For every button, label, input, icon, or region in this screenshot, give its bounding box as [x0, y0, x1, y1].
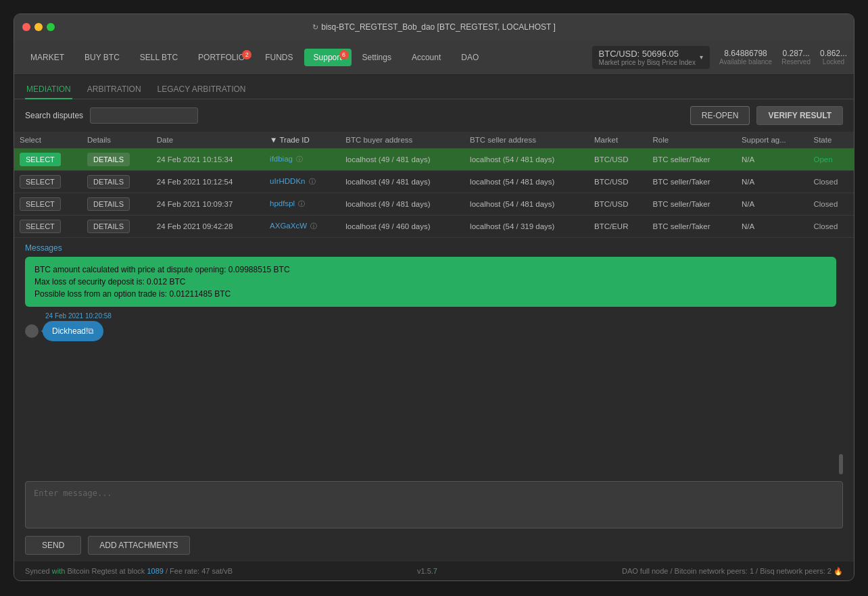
row-trade-id: ifdbiag ⓘ	[264, 149, 340, 171]
info-icon[interactable]: ⓘ	[296, 155, 303, 163]
navbar: MARKET BUY BTC SELL BTC PORTFOLIO 2 FUND…	[14, 40, 854, 75]
nav-item-buy-btc[interactable]: BUY BTC	[75, 49, 129, 66]
info-icon[interactable]: ⓘ	[298, 200, 305, 207]
price-chevron-icon[interactable]: ▾	[700, 53, 703, 61]
support-badge: 6	[339, 50, 349, 59]
nav-item-sell-btc[interactable]: SELL BTC	[130, 49, 187, 66]
col-buyer-address: BTC buyer address	[340, 132, 464, 149]
row-buyer-address: localhost (49 / 481 days)	[340, 171, 464, 193]
messages-label: Messages	[25, 238, 843, 257]
trade-id-link[interactable]: hpdfspl	[270, 199, 295, 207]
user-message-wrapper: 24 Feb 2021 10:20:58 Dickhead! ⧉	[25, 312, 836, 341]
system-message: BTC amount calculated with price at disp…	[25, 257, 836, 307]
fire-icon: 🔥	[834, 567, 843, 575]
message-input[interactable]	[25, 481, 843, 528]
row-date: 24 Feb 2021 10:15:34	[151, 149, 264, 171]
add-attachments-button[interactable]: ADD ATTACHMENTS	[88, 536, 189, 555]
col-trade-id[interactable]: ▼ Trade ID	[264, 132, 340, 149]
select-button[interactable]: SELECT	[20, 175, 61, 189]
col-date: Date	[151, 132, 264, 149]
details-button[interactable]: DETAILS	[87, 175, 130, 189]
price-source: Market price by Bisq Price Index	[599, 59, 696, 66]
table-row: SELECT DETAILS 24 Feb 2021 10:15:34 ifdb…	[14, 149, 854, 171]
refresh-icon: ↻	[312, 23, 318, 32]
col-seller-address: BTC seller address	[464, 132, 589, 149]
portfolio-badge: 2	[242, 50, 251, 59]
row-trade-id: hpdfspl ⓘ	[264, 193, 340, 216]
copy-icon[interactable]: ⧉	[88, 326, 94, 336]
tab-legacy-arbitration[interactable]: LEGACY ARBITRATION	[156, 80, 247, 99]
close-button[interactable]	[22, 23, 30, 31]
select-button[interactable]: SELECT	[20, 220, 61, 233]
select-button[interactable]: SELECT	[20, 197, 61, 211]
nav-item-support[interactable]: Support 6	[304, 49, 352, 66]
reopen-button[interactable]: RE-OPEN	[690, 106, 750, 125]
nav-item-funds[interactable]: FUNDS	[256, 49, 302, 66]
nav-item-account[interactable]: Account	[402, 49, 450, 66]
messages-section: Messages BTC amount calculated with pric…	[14, 238, 854, 474]
row-seller-address: localhost (54 / 481 days)	[464, 149, 589, 171]
status-synced: Synced with Bitcoin Regtest at block 108…	[25, 567, 233, 575]
network-status: DAO full node / Bitcoin network peers: 1…	[622, 567, 843, 576]
nav-item-market[interactable]: MARKET	[21, 49, 74, 66]
details-button[interactable]: DETAILS	[87, 153, 130, 166]
col-state: State	[808, 132, 854, 149]
row-buyer-address: localhost (49 / 481 days)	[340, 193, 464, 216]
window-title: ↻ bisq-BTC_REGTEST_Bob_dao [BTC_REGTEST,…	[312, 22, 556, 32]
trade-id-link[interactable]: ifdbiag	[270, 155, 293, 163]
row-market: BTC/USD	[589, 171, 648, 193]
row-support-agent: N/A	[736, 216, 809, 238]
reserved-balance: 0.287... Reserved	[781, 49, 811, 66]
table-row: SELECT DETAILS 24 Feb 2021 10:09:37 hpdf…	[14, 193, 854, 216]
row-support-agent: N/A	[736, 149, 809, 171]
row-role: BTC seller/Taker	[648, 171, 736, 193]
info-icon[interactable]: ⓘ	[310, 222, 317, 230]
send-row: SEND ADD ATTACHMENTS	[14, 530, 854, 562]
info-icon[interactable]: ⓘ	[309, 178, 316, 185]
trade-id-link[interactable]: uIrHDDKn	[270, 177, 305, 185]
col-details: Details	[82, 132, 151, 149]
statusbar: Synced with Bitcoin Regtest at block 108…	[14, 562, 854, 580]
traffic-lights	[22, 23, 55, 31]
scrollbar[interactable]	[839, 454, 843, 474]
col-market: Market	[589, 132, 648, 149]
row-date: 24 Feb 2021 09:42:28	[151, 216, 264, 238]
message-timestamp: 24 Feb 2021 10:20:58	[25, 312, 836, 320]
user-message-bubble: Dickhead! ⧉	[43, 321, 103, 341]
select-button[interactable]: SELECT	[20, 153, 61, 166]
row-role: BTC seller/Taker	[648, 193, 736, 216]
send-button[interactable]: SEND	[25, 536, 81, 555]
row-buyer-address: localhost (49 / 481 days)	[340, 149, 464, 171]
row-role: BTC seller/Taker	[648, 216, 736, 238]
nav-item-settings[interactable]: Settings	[353, 49, 401, 66]
disputes-table: Select Details Date ▼ Trade ID BTC buyer…	[14, 132, 854, 238]
row-market: BTC/USD	[589, 149, 648, 171]
maximize-button[interactable]	[47, 23, 55, 31]
nav-item-dao[interactable]: DAO	[452, 49, 488, 66]
locked-balance: 0.862... Locked	[820, 49, 847, 66]
row-date: 24 Feb 2021 10:12:54	[151, 171, 264, 193]
row-state: Open	[808, 149, 854, 171]
row-state: Closed	[808, 193, 854, 216]
btc-price: BTC/USD: 50696.05	[599, 49, 696, 59]
minimize-button[interactable]	[34, 23, 43, 31]
row-support-agent: N/A	[736, 171, 809, 193]
row-seller-address: localhost (54 / 481 days)	[464, 171, 589, 193]
row-state: Closed	[808, 171, 854, 193]
titlebar: ↻ bisq-BTC_REGTEST_Bob_dao [BTC_REGTEST,…	[14, 14, 854, 40]
nav-item-portfolio[interactable]: PORTFOLIO 2	[189, 49, 254, 66]
verify-result-button[interactable]: VERIFY RESULT	[756, 106, 843, 125]
table-row: SELECT DETAILS 24 Feb 2021 09:42:28 AXGa…	[14, 216, 854, 238]
avatar	[25, 324, 39, 338]
trade-id-link[interactable]: AXGaXcW	[270, 222, 307, 230]
tab-arbitration[interactable]: ARBITRATION	[86, 80, 143, 99]
row-trade-id: AXGaXcW ⓘ	[264, 216, 340, 238]
row-support-agent: N/A	[736, 193, 809, 216]
row-state: Closed	[808, 216, 854, 238]
details-button[interactable]: DETAILS	[87, 197, 130, 211]
details-button[interactable]: DETAILS	[87, 220, 130, 233]
tab-mediation[interactable]: MEDIATION	[25, 80, 72, 99]
messages-list: BTC amount calculated with price at disp…	[25, 257, 836, 474]
row-date: 24 Feb 2021 10:09:37	[151, 193, 264, 216]
search-input[interactable]	[90, 107, 198, 124]
